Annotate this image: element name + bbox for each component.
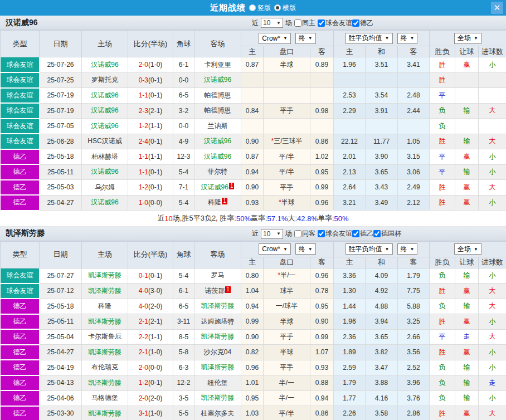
cell-score: 3-1(1-0)	[128, 406, 173, 420]
competition-checkbox[interactable]: 球会友谊	[318, 18, 352, 28]
cell-date: 25-07-25	[40, 72, 82, 88]
cell-goals: 小	[479, 390, 506, 406]
games-label: 场	[285, 229, 292, 238]
cell-date: 25-07-19	[40, 88, 82, 104]
bookmaker-select[interactable]: Crow*▼	[259, 33, 291, 44]
cell-odds-home	[241, 119, 264, 134]
chevron-down-icon: ▼	[276, 231, 281, 236]
col-home: 主场	[82, 31, 128, 57]
checkbox[interactable]	[318, 230, 325, 237]
results-table-kaiserslautern: 类型 日期 主场 比分(半场) 角球 客场 Crow*▼ 终▼ 胜平负均值▼ 终…	[0, 241, 506, 420]
sub-col-handicap: 盘口	[264, 46, 310, 57]
cell-result: 平	[430, 329, 455, 345]
competition-checkbox[interactable]: 德乙	[352, 18, 373, 28]
table-row: 德乙25-04-06马格德堡2-0(2-0)3-5凯泽斯劳滕0.95半/一0.9…	[1, 390, 506, 406]
radio-horizontal-layout[interactable]: 横版	[274, 3, 296, 13]
cell-away-team: 卡利亚里	[194, 57, 241, 73]
radio-circle-icon[interactable]	[274, 4, 281, 11]
cell-goals: 小	[479, 360, 506, 375]
competition-checkbox[interactable]: 球会友谊	[318, 229, 352, 238]
radio-vertical-layout[interactable]: 竖版	[249, 3, 271, 13]
cell-type: 球会友谊	[1, 72, 40, 88]
cell-away-team: 帕德博恩	[194, 103, 241, 119]
cell-avg-away: 3.25	[398, 314, 430, 330]
cell-home-team: 凯泽斯劳滕	[82, 406, 128, 420]
table-row: 德乙25-04-27汉诺威961-0(0-0)5-4科隆10.93*半球0.96…	[1, 195, 506, 211]
cell-avg-draw: 3.82	[366, 345, 398, 360]
same-venue-checkbox[interactable]: 同主	[294, 18, 315, 28]
cell-goals: 小	[479, 268, 506, 284]
final-avg-select[interactable]: 终▼	[397, 33, 418, 44]
cell-score: 0-1(0-1)	[128, 268, 173, 284]
cell-handicap-result: 输	[455, 390, 479, 406]
cell-result: 负	[430, 119, 455, 134]
cell-avg-home: 2.01	[334, 149, 366, 165]
competition-checkbox[interactable]: 德国杯	[373, 229, 401, 238]
cell-odds-home: 0.90	[241, 180, 264, 196]
col-away: 客场	[194, 241, 241, 268]
cell-result: 胜	[430, 345, 455, 360]
cell-score: 1-2(0-1)	[128, 375, 173, 391]
cell-handicap	[264, 88, 310, 104]
final-avg-select[interactable]: 终▼	[397, 243, 418, 255]
cell-avg-draw: 3.47	[366, 360, 398, 375]
checkbox[interactable]	[294, 19, 301, 27]
cell-odds-home: 0.84	[241, 103, 264, 119]
table-row: 德乙25-04-19布伦瑞克2-0(0-0)6-3凯泽斯劳滕0.96平手0.93…	[1, 360, 506, 375]
close-button[interactable]: ✕	[491, 2, 503, 14]
avg-select-value: 胜平负均值	[349, 33, 382, 43]
cell-score: 2-0(2-0)	[128, 390, 173, 406]
cell-avg-away: 3.15	[398, 149, 430, 165]
red-card-badge: 1	[222, 198, 227, 204]
cell-avg-away	[398, 119, 430, 134]
avg-select[interactable]: 胜平负均值▼	[346, 33, 393, 44]
col-type: 类型	[1, 31, 40, 57]
cell-type: 德乙	[1, 390, 40, 406]
cell-handicap: *半/一	[264, 268, 310, 284]
cell-type: 德乙	[1, 360, 40, 375]
col-home: 主场	[82, 241, 128, 268]
fullmatch-select[interactable]: 全场▼	[454, 243, 481, 255]
checkbox[interactable]	[318, 19, 325, 27]
competition-checkbox[interactable]: 德乙	[352, 229, 373, 238]
cell-score: 2-0(0-0)	[128, 360, 173, 375]
cell-away-team: 凯泽斯劳滕	[194, 299, 241, 314]
cell-date: 25-07-26	[40, 57, 82, 73]
bookmaker-select[interactable]: Crow*▼	[259, 243, 291, 255]
radio-circle-icon[interactable]	[249, 4, 256, 11]
cell-home-team: 柏林赫塔	[82, 149, 128, 165]
cell-avg-home: 1.77	[334, 390, 366, 406]
cell-corner: 5-8	[173, 345, 194, 360]
cell-avg-draw: 3.91	[366, 103, 398, 119]
cell-away-team: 汉诺威96	[194, 134, 241, 149]
fullmatch-select[interactable]: 全场▼	[454, 33, 481, 44]
recent-count-select[interactable]: 10 ▼	[261, 18, 283, 28]
same-venue-checkbox[interactable]: 同客	[294, 229, 315, 238]
cell-avg-home: 2.26	[334, 406, 366, 420]
checkbox[interactable]	[352, 19, 359, 27]
recent-count-select[interactable]: 10 ▼	[261, 229, 283, 239]
cell-odds-home: 0.80	[241, 268, 264, 284]
cell-avg-home: 2.59	[334, 360, 366, 375]
checkbox-label: 德乙	[360, 229, 373, 238]
checkbox[interactable]	[373, 230, 381, 237]
table-row: 德乙25-05-04卡尔斯鲁厄2-2(1-1)8-5凯泽斯劳滕0.90平手0.9…	[1, 329, 506, 345]
cell-away-team: 纽伦堡	[194, 375, 241, 391]
cell-avg-away: 3.76	[398, 390, 430, 406]
cell-away-team: 汉诺威96	[194, 149, 241, 165]
checkbox[interactable]	[294, 230, 301, 237]
avg-select[interactable]: 胜平负均值▼	[346, 243, 393, 255]
cell-score: 2-3(2-1)	[128, 103, 173, 119]
cell-handicap-result: 输	[455, 360, 479, 375]
sub-col-result: 胜负	[430, 257, 455, 268]
final-odds-select[interactable]: 终▼	[295, 243, 316, 255]
checkbox[interactable]	[352, 230, 359, 237]
cell-odds-away: 0.90	[310, 314, 334, 330]
cell-result: 胜	[430, 406, 455, 420]
chevron-down-icon: ▼	[385, 36, 390, 41]
cell-home-team: 乌尔姆	[82, 180, 128, 196]
cell-result: 负	[430, 103, 455, 119]
final-odds-select[interactable]: 终▼	[295, 33, 316, 44]
cell-handicap: 球半	[264, 284, 310, 299]
cell-score: 1-2(0-1)	[128, 180, 173, 196]
